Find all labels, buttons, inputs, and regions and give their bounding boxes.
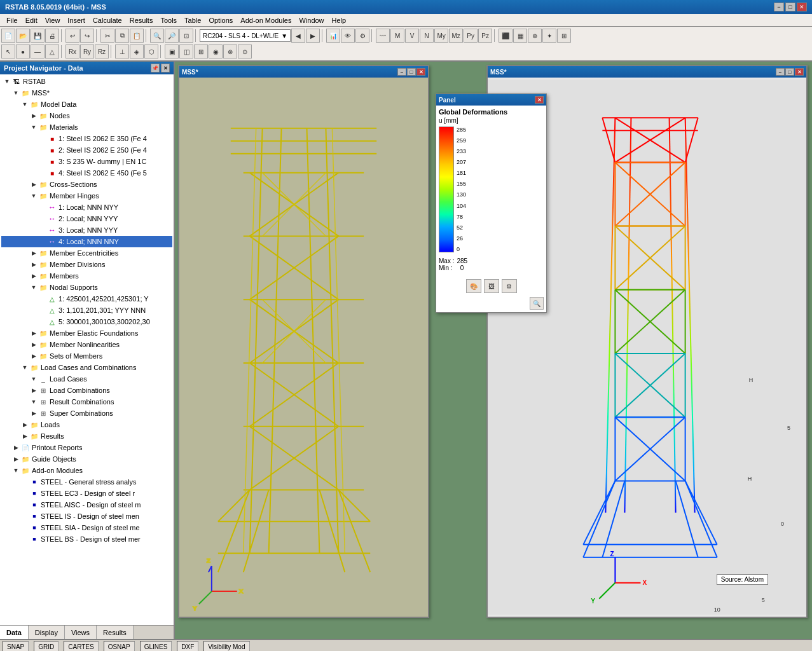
tab-data[interactable]: Data xyxy=(0,626,29,639)
tree-hinge3[interactable]: ↔ 3: Local; NNN YYY xyxy=(1,224,172,236)
torsion-button[interactable]: Py xyxy=(464,29,478,43)
panel-close-button[interactable]: ✕ xyxy=(535,96,544,104)
expand-hinges-icon[interactable]: ▼ xyxy=(29,191,38,200)
tree-results[interactable]: ▶ 📁 Results xyxy=(1,430,172,442)
expand-rc-icon[interactable]: ▼ xyxy=(29,397,38,406)
status-glines[interactable]: GLINES xyxy=(140,641,172,651)
tree-steel-is[interactable]: ■ STEEL IS - Design of steel men xyxy=(1,511,172,522)
tree-mat2[interactable]: ■ 2: Steel IS 2062 E 250 (Fe 4 xyxy=(1,144,172,156)
tab-display[interactable]: Display xyxy=(29,626,65,639)
tree-steel-general[interactable]: ■ STEEL - General stress analys xyxy=(1,476,172,488)
menu-insert[interactable]: Insert xyxy=(64,16,89,25)
expand-div-icon[interactable]: ▶ xyxy=(29,260,38,269)
print-button[interactable]: 🖨 xyxy=(45,29,59,43)
cut-button[interactable]: ✂ xyxy=(100,29,114,43)
expand-lc-icon[interactable]: ▼ xyxy=(29,374,38,383)
tool-extra1[interactable]: ⬛ xyxy=(499,29,513,43)
tab-views[interactable]: Views xyxy=(65,626,97,639)
prev-button[interactable]: ◀ xyxy=(291,29,305,43)
menu-addon[interactable]: Add-on Modules xyxy=(237,16,295,25)
rotate-y-button[interactable]: Ry xyxy=(80,45,94,58)
tree-member-hinges[interactable]: ▼ 📁 Member Hinges xyxy=(1,190,172,202)
tree-mat1[interactable]: ■ 1: Steel IS 2062 E 350 (Fe 4 xyxy=(1,133,172,144)
tree-sets-of-members[interactable]: ▶ 📁 Sets of Members xyxy=(1,350,172,362)
tree-mat3[interactable]: ■ 3: S 235 W- dummy | EN 1C xyxy=(1,156,172,167)
tree-load-cases[interactable]: ▼ _ Load Cases xyxy=(1,373,172,385)
tool-extra3[interactable]: ⊕ xyxy=(528,29,542,43)
menu-tools[interactable]: Tools xyxy=(156,16,181,25)
status-osnap[interactable]: OSNAP xyxy=(104,641,135,651)
expand-materials-icon[interactable]: ▼ xyxy=(29,123,38,132)
tree-support1[interactable]: △ 1: 425001,425201,425301; Y xyxy=(1,293,172,305)
menu-window[interactable]: Window xyxy=(295,16,327,25)
tree-support5[interactable]: △ 5: 300001,300103,300202,30 xyxy=(1,316,172,327)
display-button[interactable]: 👁 xyxy=(341,29,355,43)
tree-load-combinations[interactable]: ▶ ⊞ Load Combinations xyxy=(1,385,172,396)
expand-cs-icon[interactable]: ▶ xyxy=(29,180,38,189)
expand-elastic-icon[interactable]: ▶ xyxy=(29,329,38,338)
expand-loads-icon[interactable]: ▶ xyxy=(20,420,29,429)
tree-mat4[interactable]: ■ 4: Steel IS 2062 E 450 (Fe 5 xyxy=(1,167,172,179)
rotate-x-button[interactable]: Rx xyxy=(65,45,79,58)
section-button[interactable]: ⊥ xyxy=(115,45,129,58)
tree-hinge2[interactable]: ↔ 2: Local; NNN YYY xyxy=(1,213,172,224)
expand-results-icon[interactable]: ▶ xyxy=(20,432,29,441)
expand-nonlin-icon[interactable]: ▶ xyxy=(29,340,38,349)
rotate-z-button[interactable]: Rz xyxy=(95,45,109,58)
moment-y-button[interactable]: My xyxy=(434,29,448,43)
menu-help[interactable]: Help xyxy=(328,16,350,25)
zoom-out-button[interactable]: 🔎 xyxy=(165,29,179,43)
tree-members[interactable]: ▶ 📁 Members xyxy=(1,270,172,282)
tool-b5[interactable]: ⊗ xyxy=(223,45,237,58)
tool-extra4[interactable]: ✦ xyxy=(542,29,556,43)
tree-result-combinations[interactable]: ▼ ⊞ Result Combinations xyxy=(1,396,172,408)
tab-results[interactable]: Results xyxy=(97,626,134,639)
tree-load-cases-combos[interactable]: ▼ 📁 Load Cases and Combinations xyxy=(1,362,172,373)
left-window-max[interactable]: □ xyxy=(407,68,416,76)
persp-button[interactable]: ⬡ xyxy=(144,45,158,58)
tree-model-data[interactable]: ▼ 📁 Model Data xyxy=(1,99,172,110)
paste-button[interactable]: 📋 xyxy=(130,29,144,43)
tree-member-divisions[interactable]: ▶ 📁 Member Divisions xyxy=(1,259,172,270)
left-window-min[interactable]: − xyxy=(397,68,406,76)
tree-hinge1[interactable]: ↔ 1: Local; NNN NYY xyxy=(1,202,172,213)
expand-ecc-icon[interactable]: ▶ xyxy=(29,249,38,257)
expand-modeldata-icon[interactable]: ▼ xyxy=(20,100,29,109)
menu-calculate[interactable]: Calculate xyxy=(89,16,126,25)
normal-button[interactable]: N xyxy=(420,29,434,43)
expand-addon-icon[interactable]: ▼ xyxy=(11,466,20,475)
stress-button[interactable]: Pz xyxy=(478,29,492,43)
expand-lco-icon[interactable]: ▶ xyxy=(29,386,38,395)
panel-image-button[interactable]: 🖼 xyxy=(484,279,499,293)
iso-button[interactable]: ◈ xyxy=(130,45,144,58)
tree-super-combinations[interactable]: ▶ ⊞ Super Combinations xyxy=(1,408,172,419)
tree-steel-ec3[interactable]: ■ STEEL EC3 - Design of steel r xyxy=(1,488,172,499)
panel-search-button[interactable]: 🔍 xyxy=(530,297,544,310)
menu-options[interactable]: Options xyxy=(205,16,237,25)
tool-b2[interactable]: ◫ xyxy=(179,45,193,58)
tree-steel-sia[interactable]: ■ STEEL SIA - Design of steel me xyxy=(1,522,172,533)
save-button[interactable]: 💾 xyxy=(31,29,45,43)
left-window-close[interactable]: ✕ xyxy=(416,68,425,76)
right-window-min[interactable]: − xyxy=(776,68,785,76)
menu-view[interactable]: View xyxy=(41,16,64,25)
expand-sets-icon[interactable]: ▶ xyxy=(29,352,38,360)
deform-button[interactable]: 〰 xyxy=(376,29,390,43)
tree-steel-aisc[interactable]: ■ STEEL AISC - Design of steel m xyxy=(1,499,172,511)
navigator-close-button[interactable]: ✕ xyxy=(161,64,170,72)
zoom-in-button[interactable]: 🔍 xyxy=(150,29,164,43)
close-button[interactable]: ✕ xyxy=(797,3,807,11)
status-cartes[interactable]: CARTES xyxy=(64,641,98,651)
load-case-dropdown[interactable]: RC204 - SLS 4 - DL+WL/E ▼ xyxy=(200,29,291,42)
next-button[interactable]: ▶ xyxy=(306,29,320,43)
expand-mss-icon[interactable]: ▼ xyxy=(11,88,20,97)
tool-b6[interactable]: ⊙ xyxy=(238,45,252,58)
tree-support3[interactable]: △ 3: 1,101,201,301; YYY NNN xyxy=(1,305,172,316)
tree-member-elastic[interactable]: ▶ 📁 Member Elastic Foundations xyxy=(1,327,172,339)
zoom-all-button[interactable]: ⊡ xyxy=(179,29,193,43)
undo-button[interactable]: ↩ xyxy=(65,29,79,43)
expand-rstab-icon[interactable]: ▼ xyxy=(3,77,11,86)
settings-button[interactable]: ⚙ xyxy=(355,29,369,43)
select-button[interactable]: ↖ xyxy=(1,45,15,58)
status-visibility[interactable]: Visibility Mod xyxy=(203,641,249,651)
